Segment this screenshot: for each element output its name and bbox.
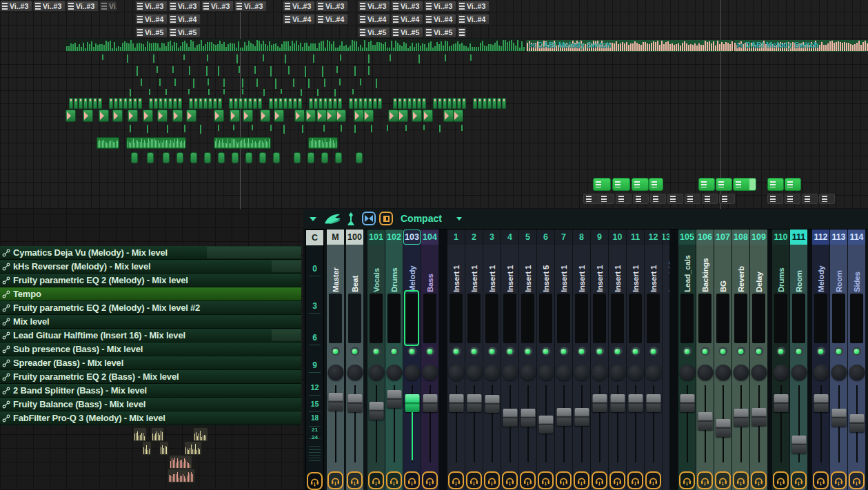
pattern-clip[interactable]: Vi..#3	[135, 1, 168, 12]
mini-audio-clip[interactable]	[298, 98, 302, 109]
pattern-clip[interactable]: Vi..#4	[135, 14, 168, 25]
bottom-audio-clip[interactable]	[193, 427, 208, 442]
mini-audio-clip[interactable]	[293, 98, 297, 109]
pattern-clip[interactable]: Vi..#4	[358, 14, 390, 25]
mini-audio-clip[interactable]	[218, 98, 222, 109]
fader-handle[interactable]	[405, 394, 419, 412]
pan-knob[interactable]	[422, 365, 438, 380]
headphone-button[interactable]	[679, 471, 695, 489]
mini-audio-clip[interactable]	[239, 98, 243, 109]
headphone-button[interactable]	[813, 471, 829, 489]
bottom-audio-clip[interactable]	[142, 441, 152, 456]
mixer-channel-strip[interactable]: 1Insert 1	[447, 229, 465, 490]
channel-enable-led[interactable]	[559, 347, 568, 356]
mini-audio-clip[interactable]	[433, 98, 437, 109]
mini-audio-clip[interactable]	[128, 98, 132, 109]
pattern-clip[interactable]: Vi..#3	[201, 1, 234, 12]
mini-audio-clip[interactable]	[189, 98, 193, 109]
mini-audio-clip[interactable]	[288, 98, 292, 109]
drum-audio-clip[interactable]	[112, 110, 123, 122]
pan-knob[interactable]	[592, 365, 607, 380]
mini-audio-clip[interactable]	[333, 98, 337, 109]
mini-audio-clip[interactable]	[497, 98, 501, 109]
mixer-channel-strip[interactable]: 10Insert 1	[609, 229, 626, 490]
pan-knob[interactable]	[404, 365, 420, 380]
pan-knob[interactable]	[773, 365, 789, 380]
headphone-button[interactable]	[592, 471, 607, 489]
mini-audio-clip[interactable]	[248, 98, 252, 109]
small-audio-clip[interactable]	[273, 152, 280, 163]
headphone-button[interactable]	[733, 471, 749, 489]
pattern-clip[interactable]: Vi..#5	[424, 27, 456, 38]
mixer-channel-strip[interactable]: 6Insert 5	[537, 229, 554, 490]
automation-track-row[interactable]: Mix level	[0, 315, 301, 329]
small-audio-clip[interactable]	[259, 152, 266, 163]
mixer-channel-strip[interactable]: MMaster	[327, 229, 344, 490]
small-audio-clip[interactable]	[356, 152, 363, 163]
headphone-button[interactable]	[574, 471, 589, 489]
long-audio-clip[interactable]	[126, 137, 186, 149]
pan-knob[interactable]	[733, 365, 749, 380]
mini-audio-clip[interactable]	[74, 98, 78, 109]
automation-track-row[interactable]: Tempo	[0, 287, 301, 301]
channel-enable-led[interactable]	[372, 347, 381, 356]
mini-audio-clip[interactable]	[208, 98, 212, 109]
drum-audio-clip[interactable]	[388, 110, 398, 122]
pattern-clip[interactable]: Vi..#3	[99, 1, 117, 12]
channel-enable-led[interactable]	[487, 347, 496, 356]
automation-track-row[interactable]: Fruity parametric EQ 2 (Melody) - Mix le…	[0, 301, 301, 315]
muted-pattern-clip[interactable]	[719, 194, 735, 204]
pattern-clip[interactable]: Vi..#3	[424, 1, 456, 12]
channel-number[interactable]: 106	[696, 229, 714, 245]
fader-handle[interactable]	[628, 394, 643, 412]
pattern-clip[interactable]: Vi..#3	[66, 1, 99, 12]
mini-audio-clip[interactable]	[328, 98, 332, 109]
channel-enable-led[interactable]	[407, 347, 416, 356]
muted-pattern-clip[interactable]	[767, 194, 783, 204]
muted-pattern-clip[interactable]	[802, 194, 818, 204]
channel-enable-led[interactable]	[350, 347, 359, 356]
small-audio-clip[interactable]	[218, 152, 225, 163]
drum-audio-clip[interactable]	[143, 110, 153, 122]
fader-handle[interactable]	[556, 408, 571, 426]
drum-audio-clip[interactable]	[214, 110, 224, 122]
mixer-channel-strip[interactable]: 104Bass	[421, 229, 438, 490]
fader-handle[interactable]	[646, 394, 660, 412]
channel-number[interactable]: 10	[609, 229, 626, 245]
channel-number[interactable]: 110	[772, 229, 789, 245]
mini-audio-clip[interactable]	[438, 98, 442, 109]
drum-audio-clip[interactable]	[157, 110, 168, 122]
mini-audio-clip[interactable]	[159, 98, 163, 109]
muted-pattern-clip[interactable]	[650, 194, 666, 204]
channel-enable-led[interactable]	[794, 347, 803, 356]
fader-handle[interactable]	[791, 436, 806, 453]
mini-audio-clip[interactable]	[487, 98, 492, 109]
channel-number[interactable]: 12	[645, 229, 662, 245]
pattern-clip[interactable]: Vi..#3	[358, 1, 390, 12]
pan-knob[interactable]	[574, 365, 589, 380]
mixer-channel-strip[interactable]: 107BG	[714, 229, 731, 490]
pan-knob[interactable]	[466, 365, 482, 380]
channel-number[interactable]: 102	[385, 229, 403, 245]
drum-audio-clip[interactable]	[326, 110, 336, 122]
bottom-audio-clip[interactable]	[151, 427, 164, 442]
channel-number[interactable]: 113	[830, 229, 847, 245]
pattern-clip[interactable]: Vi..#3	[0, 1, 32, 12]
channel-number[interactable]: 100	[346, 229, 363, 245]
muted-pattern-clip[interactable]	[598, 194, 614, 204]
fader-handle[interactable]	[831, 409, 846, 427]
pan-knob[interactable]	[368, 365, 384, 380]
mini-audio-clip[interactable]	[443, 98, 447, 109]
mini-audio-clip[interactable]	[213, 98, 217, 109]
muted-pattern-clip[interactable]	[633, 194, 649, 204]
pan-knob[interactable]	[538, 365, 554, 380]
pan-knob[interactable]	[715, 365, 731, 380]
small-audio-clip[interactable]	[307, 152, 314, 163]
mini-audio-clip[interactable]	[79, 98, 83, 109]
channel-enable-led[interactable]	[834, 347, 843, 356]
muted-pattern-clip[interactable]	[785, 194, 800, 204]
mini-audio-clip[interactable]	[168, 98, 172, 109]
mixer-channel-strip[interactable]: 3Insert 1	[483, 229, 501, 490]
headphone-button[interactable]	[502, 471, 518, 489]
automation-track-row[interactable]: 2 Band Splitter (Bass) - Mix level	[0, 384, 301, 398]
